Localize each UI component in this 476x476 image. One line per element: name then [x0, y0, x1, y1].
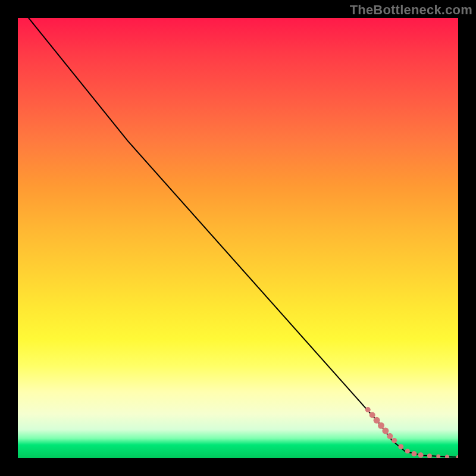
data-marker	[427, 453, 432, 458]
data-marker	[412, 451, 417, 456]
data-marker	[398, 444, 403, 449]
watermark-text: TheBottleneck.com	[350, 2, 472, 18]
data-marker	[382, 428, 389, 434]
data-marker	[369, 412, 375, 418]
bottleneck-curve	[18, 18, 458, 458]
chart-frame: TheBottleneck.com	[0, 0, 476, 476]
data-marker	[374, 417, 380, 424]
data-marker	[365, 407, 371, 412]
data-marker	[405, 449, 410, 453]
plot-area	[18, 18, 458, 458]
data-marker	[392, 438, 397, 443]
chart-overlay	[18, 18, 458, 458]
data-marker	[378, 422, 384, 429]
data-marker	[387, 433, 393, 439]
data-marker	[456, 455, 459, 458]
data-marker	[436, 455, 440, 458]
data-marker	[445, 455, 449, 458]
marker-group	[365, 407, 458, 458]
data-marker	[418, 452, 424, 458]
